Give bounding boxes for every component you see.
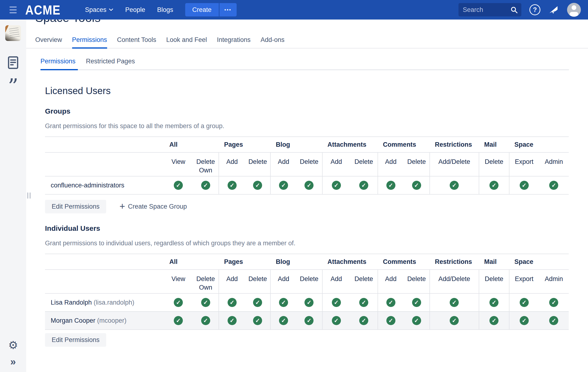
column-header-attachments-delete: Delete [350, 270, 378, 293]
subtab-restricted-pages[interactable]: Restricted Pages [86, 57, 135, 69]
hamburger-icon[interactable] [10, 6, 17, 13]
permission-granted-icon: ✓ [279, 316, 288, 325]
permission-granted-icon: ✓ [412, 316, 421, 325]
permission-granted-icon: ✓ [304, 316, 314, 325]
column-header-pages-add: Add [219, 270, 245, 293]
column-group-comments: Comments [378, 254, 430, 270]
permission-granted-icon: ✓ [520, 316, 529, 325]
column-header-comments-delete: Delete [404, 152, 430, 176]
permission-granted-icon: ✓ [412, 181, 421, 190]
plus-icon: + [119, 202, 125, 211]
permission-granted-icon: ✓ [201, 298, 210, 307]
column-header-all-view: View [164, 152, 193, 176]
individual-users-description: Grant permissions to individual users, r… [45, 240, 588, 247]
table-row: confluence-administrators✓✓✓✓✓✓✓✓✓✓✓✓✓✓ [45, 176, 569, 194]
column-header-pages-delete: Delete [245, 152, 270, 176]
column-group-restrictions: Restrictions [430, 254, 479, 270]
column-header-space-export: Export [509, 270, 539, 293]
username: (mcooper) [95, 317, 127, 324]
licensed-users-heading: Licensed Users [45, 85, 588, 96]
column-header-mail-delete: Delete [479, 270, 509, 293]
top-navbar: ACME SpacesPeopleBlogs Create ••• ? [0, 0, 588, 20]
search-input[interactable] [462, 6, 510, 14]
permission-granted-icon: ✓ [332, 181, 341, 190]
permission-granted-icon: ✓ [279, 181, 288, 190]
groups-permissions-table-mount: AllPagesBlogAttachmentsCommentsRestricti… [45, 137, 588, 195]
column-header-comments-add: Add [378, 152, 404, 176]
permission-granted-icon: ✓ [201, 316, 210, 325]
permissions-table: AllPagesBlogAttachmentsCommentsRestricti… [45, 254, 569, 330]
permission-granted-icon: ✓ [359, 181, 368, 190]
permission-granted-icon: ✓ [332, 316, 341, 325]
individual-actions: Edit Permissions [45, 333, 588, 347]
permission-granted-icon: ✓ [386, 298, 395, 307]
permission-granted-icon: ✓ [359, 298, 368, 307]
sidebar: ” ⚙ » [0, 20, 26, 372]
permission-granted-icon: ✓ [253, 181, 262, 190]
document-icon[interactable] [8, 56, 18, 69]
column-group-mail: Mail [479, 254, 509, 270]
table-row: Lisa Randolph (lisa.randolph)✓✓✓✓✓✓✓✓✓✓✓… [45, 293, 569, 311]
individual-users-heading: Individual Users [45, 224, 588, 233]
search-icon [510, 6, 517, 13]
column-header-all-delete-own: Delete Own [193, 152, 219, 176]
column-group-comments: Comments [378, 137, 430, 152]
navbar-item-blogs[interactable]: Blogs [157, 6, 173, 14]
column-group-pages: Pages [219, 137, 270, 152]
column-group-attachments: Attachments [322, 137, 378, 152]
column-header-all-view: View [164, 270, 193, 293]
create-space-group-label: Create Space Group [128, 203, 187, 210]
edit-permissions-button[interactable]: Edit Permissions [45, 333, 106, 347]
notifications-icon[interactable] [548, 5, 558, 14]
sidebar-resize-handle[interactable] [27, 192, 31, 199]
groups-actions: Edit Permissions + Create Space Group [45, 200, 588, 213]
column-group-all: All [164, 137, 219, 152]
permission-granted-icon: ✓ [279, 298, 288, 307]
tab-look-and-feel[interactable]: Look and Feel [166, 33, 207, 48]
column-group-all: All [164, 254, 219, 270]
tab-add-ons[interactable]: Add-ons [261, 33, 284, 48]
permission-granted-icon: ✓ [174, 316, 183, 325]
column-header-attachments-add: Add [322, 270, 350, 293]
column-header-comments-add: Add [378, 270, 404, 293]
tab-content-tools[interactable]: Content Tools [117, 33, 157, 48]
permission-granted-icon: ✓ [412, 298, 421, 307]
column-group-attachments: Attachments [322, 254, 378, 270]
tab-overview[interactable]: Overview [35, 33, 62, 48]
subtab-permissions[interactable]: Permissions [41, 57, 75, 69]
quote-icon[interactable]: ” [8, 81, 18, 91]
search-box[interactable] [459, 3, 521, 16]
navbar-item-people[interactable]: People [125, 6, 145, 14]
column-header-space-admin: Admin [539, 152, 569, 176]
gear-icon[interactable]: ⚙ [8, 340, 18, 351]
edit-permissions-button[interactable]: Edit Permissions [45, 200, 106, 213]
create-button[interactable]: Create [185, 3, 219, 16]
user-avatar[interactable] [567, 3, 581, 17]
permission-granted-icon: ✓ [174, 181, 183, 190]
permission-granted-icon: ✓ [549, 316, 558, 325]
permission-granted-icon: ✓ [520, 298, 529, 307]
tab-integrations[interactable]: Integrations [217, 33, 251, 48]
column-header-blog-delete: Delete [296, 152, 322, 176]
column-group-blog: Blog [270, 254, 322, 270]
navbar-items: SpacesPeopleBlogs [73, 6, 173, 14]
more-actions-button[interactable]: ••• [220, 3, 237, 16]
space-tools-tabs: OverviewPermissionsContent ToolsLook and… [26, 33, 588, 49]
column-header-pages-delete: Delete [245, 270, 270, 293]
column-header-blog-delete: Delete [296, 270, 322, 293]
help-icon[interactable]: ? [529, 4, 540, 15]
space-logo[interactable] [5, 25, 21, 41]
permission-granted-icon: ✓ [304, 181, 314, 190]
tab-permissions[interactable]: Permissions [72, 33, 107, 48]
navbar-item-label: Spaces [85, 6, 106, 14]
navbar-item-spaces[interactable]: Spaces [85, 6, 113, 14]
permission-granted-icon: ✓ [549, 298, 558, 307]
column-header-restrictions-add-delete: Add/Delete [430, 152, 479, 176]
create-space-group-link[interactable]: + Create Space Group [119, 202, 187, 211]
app-logo[interactable]: ACME [25, 2, 61, 18]
column-header-mail-delete: Delete [479, 152, 509, 176]
column-header-attachments-delete: Delete [350, 152, 378, 176]
double-chevron-right-icon[interactable]: » [10, 357, 16, 367]
navbar-item-label: People [125, 6, 145, 14]
groups-description: Grant permissions for this space to all … [45, 122, 588, 130]
